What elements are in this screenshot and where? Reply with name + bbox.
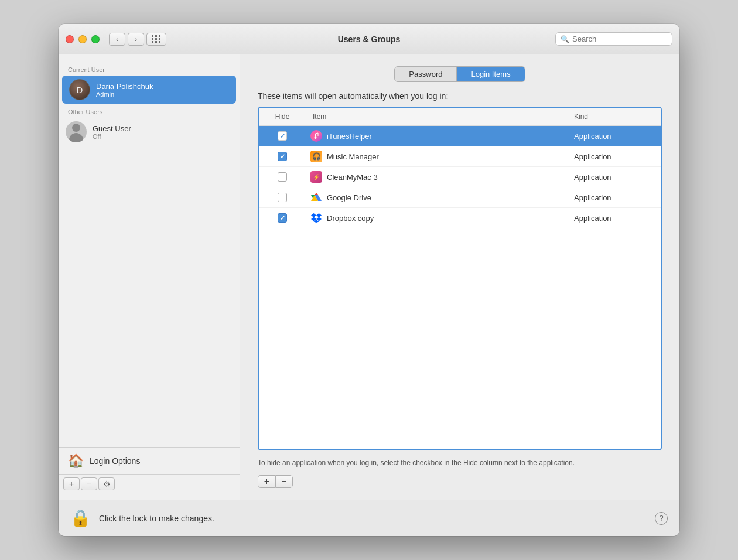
search-icon: 🔍 [561, 35, 569, 43]
cell-item-5: Dropbox copy [306, 211, 567, 225]
window-title: Users & Groups [338, 35, 401, 44]
search-box[interactable]: 🔍 [555, 32, 672, 46]
cell-hide-2 [259, 152, 306, 161]
lock-text: Click the lock to make changes. [99, 514, 214, 523]
hide-checkbox-4[interactable] [278, 193, 287, 202]
footer: 🔒 Click the lock to make changes. ? [59, 500, 679, 536]
add-item-button[interactable]: + [258, 475, 275, 488]
cell-kind-3: Application [567, 172, 661, 183]
cell-kind-1: Application [567, 131, 661, 142]
avatar: D [69, 79, 90, 100]
table-row[interactable]: 🎧 Music Manager Application [259, 146, 661, 167]
itunes-icon [310, 130, 322, 142]
current-user-label: Current User [59, 62, 240, 76]
tabs: Password Login Items [258, 66, 662, 82]
dropbox-icon [310, 212, 322, 224]
hide-checkbox-2[interactable] [278, 152, 287, 161]
house-icon: 🏠 [68, 453, 84, 469]
close-button[interactable] [66, 35, 74, 43]
search-input[interactable] [572, 35, 667, 43]
sidebar-toolbar: + − ⚙ [59, 474, 240, 493]
help-button[interactable]: ? [655, 512, 668, 525]
sidebar-item-login-options[interactable]: 🏠 Login Options [59, 447, 240, 474]
cell-kind-5: Application [567, 213, 661, 224]
fullscreen-button[interactable] [91, 35, 100, 43]
grid-view-button[interactable] [146, 33, 166, 46]
guest-name: Guest User [93, 124, 131, 133]
col-kind: Kind [567, 111, 661, 122]
item-name-3: CleanMyMac 3 [327, 173, 378, 182]
main-panel: Password Login Items These items will op… [240, 54, 679, 500]
sidebar: Current User D Daria Polishchuk Admin Ot… [59, 54, 240, 500]
hide-checkbox-1[interactable] [278, 131, 287, 141]
other-users-label: Other Users [59, 104, 240, 118]
svg-point-0 [312, 132, 320, 140]
cell-hide-3 [259, 172, 306, 182]
sidebar-item-guest[interactable]: Guest User Off [59, 118, 240, 146]
user-name: Daria Polishchuk [96, 82, 153, 91]
table-row[interactable]: iTunesHelper Application [259, 126, 661, 146]
cell-hide-5 [259, 213, 306, 223]
item-name-1: iTunesHelper [327, 132, 372, 141]
description-text: These items will open automatically when… [258, 91, 662, 101]
action-buttons: + − [258, 475, 662, 488]
table-body: iTunesHelper Application 🎧 Music Manager [259, 126, 661, 228]
cell-hide-4 [259, 193, 306, 202]
forward-button[interactable]: › [128, 33, 144, 46]
minimize-button[interactable] [78, 35, 87, 43]
item-name-2: Music Manager [327, 152, 379, 161]
sidebar-item-current-user[interactable]: D Daria Polishchuk Admin [62, 76, 236, 104]
grid-dots-icon [152, 35, 161, 43]
back-button[interactable]: ‹ [109, 33, 125, 46]
guest-avatar [66, 121, 87, 142]
main-window: ‹ › Users & Groups 🔍 Current User D Dari… [59, 24, 679, 536]
help-text: To hide an application when you log in, … [258, 457, 597, 468]
user-role: Admin [96, 91, 153, 98]
remove-user-button[interactable]: − [81, 477, 97, 490]
traffic-lights [66, 35, 100, 43]
hide-checkbox-3[interactable] [278, 172, 287, 182]
cell-kind-4: Application [567, 192, 661, 203]
col-item: Item [306, 111, 567, 122]
remove-item-button[interactable]: − [275, 475, 293, 488]
cell-item-3: ⚡ CleanMyMac 3 [306, 170, 567, 184]
gdrive-icon [310, 192, 322, 203]
hide-checkbox-5[interactable] [278, 213, 287, 223]
item-name-4: Google Drive [327, 193, 371, 202]
music-manager-icon: 🎧 [310, 151, 322, 162]
table-row[interactable]: Dropbox copy Application [259, 208, 661, 228]
table-row[interactable]: ⚡ CleanMyMac 3 Application [259, 167, 661, 187]
table-header: Hide Item Kind [259, 108, 661, 126]
tab-group: Password Login Items [394, 66, 525, 82]
cell-hide-1 [259, 131, 306, 141]
cell-item-1: iTunesHelper [306, 129, 567, 143]
table-row[interactable]: Google Drive Application [259, 187, 661, 208]
add-user-button[interactable]: + [63, 477, 80, 490]
item-name-5: Dropbox copy [327, 214, 374, 223]
svg-point-1 [315, 136, 317, 139]
content-area: Current User D Daria Polishchuk Admin Ot… [59, 54, 679, 500]
guest-info: Guest User Off [93, 124, 131, 140]
cell-kind-2: Application [567, 151, 661, 162]
tab-login-items[interactable]: Login Items [457, 67, 524, 81]
cell-item-4: Google Drive [306, 190, 567, 204]
gear-button[interactable]: ⚙ [98, 477, 115, 490]
lock-icon[interactable]: 🔒 [70, 508, 91, 528]
login-options-label: Login Options [90, 456, 140, 466]
tab-password[interactable]: Password [395, 67, 456, 81]
nav-buttons: ‹ › [109, 33, 144, 46]
col-hide: Hide [259, 111, 306, 122]
items-table: Hide Item Kind [258, 107, 662, 450]
user-info: Daria Polishchuk Admin [96, 82, 153, 98]
cleanmymac-icon: ⚡ [310, 171, 322, 183]
guest-status: Off [93, 133, 131, 140]
cell-item-2: 🎧 Music Manager [306, 149, 567, 163]
titlebar: ‹ › Users & Groups 🔍 [59, 24, 679, 54]
